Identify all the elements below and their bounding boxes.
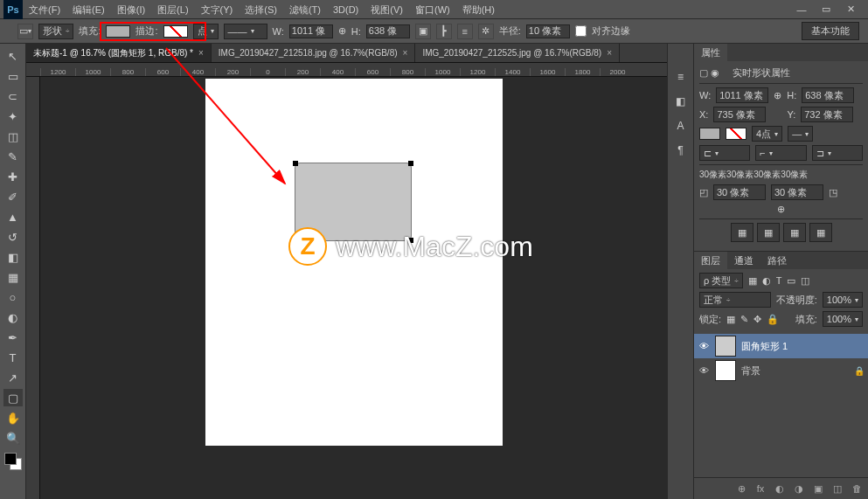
group-button[interactable]: ▣	[810, 482, 826, 496]
delete-layer-button[interactable]: 🗑	[849, 482, 865, 496]
stroke-style-dropdown[interactable]: ——▾	[224, 24, 267, 39]
gear-icon[interactable]: ✲	[478, 24, 494, 39]
stroke-swatch[interactable]	[163, 25, 188, 38]
move-tool[interactable]: ↖	[3, 47, 23, 65]
zoom-tool[interactable]: 🔍	[3, 429, 23, 447]
menu-view[interactable]: 视图(V)	[365, 0, 409, 19]
blend-mode-dropdown[interactable]: 正常÷	[699, 292, 771, 308]
ruler-vertical[interactable]	[26, 77, 40, 499]
prop-stroke-style[interactable]: —▾	[788, 126, 813, 142]
menu-3d[interactable]: 3D(D)	[327, 0, 365, 19]
filter-smart-icon[interactable]: ◫	[801, 275, 809, 287]
shape-mode-dropdown[interactable]: 形状÷	[38, 24, 73, 39]
path-arrange-icon[interactable]: ≡	[457, 24, 473, 39]
brush-tool[interactable]: ✐	[3, 188, 23, 205]
document-tab-1[interactable]: 未标题-1 @ 16.7% (圆角矩形 1, RGB/8) *×	[26, 44, 212, 62]
mask-button[interactable]: ◐	[772, 482, 788, 496]
filter-type-icon[interactable]: T	[776, 275, 782, 286]
filter-adjust-icon[interactable]: ◐	[762, 275, 771, 287]
workspace-switcher[interactable]: 基本功能	[802, 22, 859, 40]
lock-transparency-icon[interactable]: ▦	[726, 314, 735, 325]
link-layers-button[interactable]: ⊕	[733, 482, 749, 496]
eyedropper-tool[interactable]: ✎	[3, 148, 23, 165]
menu-filter[interactable]: 滤镜(T)	[283, 0, 327, 19]
properties-tab[interactable]: 属性	[694, 44, 727, 61]
shape-tool[interactable]: ▢	[3, 389, 23, 406]
height-input[interactable]	[366, 24, 410, 38]
maximize-button[interactable]: ▭	[817, 3, 835, 16]
align-btn-1[interactable]: ▦	[731, 223, 753, 242]
ruler-horizontal[interactable]: 1200100080060040020002004006008001000120…	[26, 63, 667, 77]
prop-y-input[interactable]	[801, 107, 853, 122]
transform-handle[interactable]	[293, 161, 298, 166]
lock-all-icon[interactable]: 🔒	[767, 314, 779, 325]
prop-x-input[interactable]	[713, 107, 766, 122]
link-wh-icon[interactable]: ⊕	[338, 25, 346, 37]
hand-tool[interactable]: ✋	[3, 409, 23, 426]
character-panel-icon[interactable]: A	[672, 117, 690, 135]
stamp-tool[interactable]: ▲	[3, 208, 23, 225]
filter-shape-icon[interactable]: ▭	[787, 275, 795, 287]
blur-tool[interactable]: ○	[3, 288, 23, 306]
opacity-input[interactable]: 100%▾	[823, 292, 863, 308]
history-brush-tool[interactable]: ↺	[3, 228, 23, 246]
tool-preset-picker[interactable]: ▭▾	[17, 24, 33, 39]
paragraph-panel-icon[interactable]: ¶	[672, 142, 690, 159]
transform-handle[interactable]	[408, 238, 413, 243]
lasso-tool[interactable]: ⊂	[3, 87, 23, 105]
transform-handle[interactable]	[408, 161, 413, 166]
tab-close-icon[interactable]: ×	[403, 44, 408, 63]
prop-join-dropdown[interactable]: ⊐▾	[812, 145, 863, 161]
link-corners-icon[interactable]: ⊕	[777, 204, 785, 215]
prop-h-input[interactable]	[802, 87, 854, 103]
align-btn-4[interactable]: ▦	[809, 223, 832, 242]
menu-window[interactable]: 窗口(W)	[409, 0, 456, 19]
type-tool[interactable]: T	[3, 349, 23, 366]
link-icon[interactable]: ⊕	[774, 90, 781, 101]
menu-edit[interactable]: 编辑(E)	[66, 0, 111, 19]
prop-stroke-swatch[interactable]	[726, 128, 746, 140]
filter-pixel-icon[interactable]: ▦	[748, 275, 757, 287]
stroke-width-dropdown[interactable]: 点▾	[193, 24, 219, 39]
adjustment-button[interactable]: ◑	[791, 482, 807, 496]
pen-tool[interactable]: ✒	[3, 329, 23, 346]
marquee-tool[interactable]: ▭	[3, 67, 23, 85]
prop-corner-dropdown[interactable]: ⌐▾	[755, 145, 806, 161]
new-layer-button[interactable]: ◫	[830, 482, 845, 496]
prop-w-input[interactable]	[716, 87, 768, 103]
layer-kind-dropdown[interactable]: ρ 类型÷	[699, 273, 743, 288]
align-btn-2[interactable]: ▦	[757, 223, 780, 242]
prop-stroke-width[interactable]: 4点▾	[752, 126, 782, 142]
visibility-toggle[interactable]: 👁	[698, 364, 710, 377]
eraser-tool[interactable]: ◧	[3, 248, 23, 266]
history-panel-icon[interactable]: ≡	[672, 68, 690, 86]
layer-name[interactable]: 圆角矩形 1	[741, 340, 788, 353]
wand-tool[interactable]: ✦	[3, 107, 23, 125]
fx-button[interactable]: fx	[753, 482, 768, 496]
minimize-button[interactable]: —	[793, 3, 810, 16]
menu-help[interactable]: 帮助(H)	[456, 0, 501, 19]
layer-row[interactable]: 👁 圆角矩形 1	[694, 334, 868, 358]
layer-row[interactable]: 👁 背景 🔒	[694, 358, 868, 383]
tab-close-icon[interactable]: ×	[607, 44, 612, 63]
menu-file[interactable]: 文件(F)	[23, 0, 66, 19]
close-button[interactable]: ✕	[842, 3, 859, 16]
transform-handle[interactable]	[293, 238, 298, 243]
canvas[interactable]	[40, 77, 667, 499]
lock-pixels-icon[interactable]: ✎	[740, 314, 748, 325]
align-btn-3[interactable]: ▦	[783, 223, 806, 242]
visibility-toggle[interactable]: 👁	[698, 340, 710, 352]
paths-tab[interactable]: 路径	[760, 252, 794, 269]
corner-tr-input[interactable]	[771, 184, 823, 200]
heal-tool[interactable]: ✚	[3, 168, 23, 185]
fill-opacity-input[interactable]: 100%▾	[823, 311, 863, 327]
document-tab-2[interactable]: IMG_20190427_212518.jpg @ 16.7%(RGB/8)×	[212, 44, 416, 62]
color-panel-icon[interactable]: ◧	[672, 93, 690, 110]
menu-type[interactable]: 文字(Y)	[195, 0, 240, 19]
dodge-tool[interactable]: ◐	[3, 308, 23, 326]
layers-tab[interactable]: 图层	[694, 252, 727, 269]
path-combine-icon[interactable]: ▣	[415, 24, 431, 39]
path-select-tool[interactable]: ↗	[3, 369, 23, 386]
menu-select[interactable]: 选择(S)	[239, 0, 283, 19]
menu-image[interactable]: 图像(I)	[111, 0, 151, 19]
